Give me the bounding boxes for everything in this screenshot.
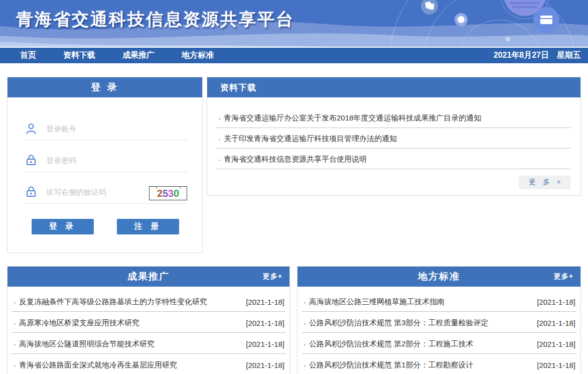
standards-more-button[interactable]: 更多+ [554, 267, 573, 287]
captcha-image[interactable]: '2530' [149, 186, 187, 200]
login-panel: 登 录 [7, 77, 203, 253]
achievement-link[interactable]: ·高原寒冷地区桥梁支座应用技术研究 [2021-1-18] [13, 312, 285, 333]
standard-link[interactable]: ·公路风积沙防治技术规范 第2部分：工程施工技术 [2021-1-18] [303, 333, 576, 354]
captcha-digit: 0 [173, 188, 179, 199]
bullet: · [304, 298, 306, 306]
standard-date: [2021-1-18] [537, 319, 575, 327]
download-link-text: 青海省交通运输厅办公室关于发布2018年度交通运输科技成果推广目录的通知 [224, 113, 481, 123]
download-link-text: 关于印发青海省交通运输厅科技项目管理办法的通知 [224, 134, 397, 144]
standard-link-text: 公路风积沙防治技术规范 第2部分：工程施工技术 [309, 339, 474, 349]
account-input[interactable] [38, 124, 187, 133]
site-title: 青海省交通科技信息资源共享平台 [16, 8, 295, 31]
nav-item-downloads[interactable]: 资料下载 [63, 50, 95, 61]
achievement-link[interactable]: ·反复冻融条件下高等级公路路基填土的力学特性变化研究 [2021-1-18] [13, 291, 285, 312]
standard-date: [2021-1-18] [537, 340, 575, 348]
standard-link-text: 高海拔地区公路三维网植草施工技术指南 [309, 297, 445, 307]
captcha-digit: 5 [162, 188, 168, 199]
lock-icon [25, 186, 38, 198]
achievement-date: [2021-1-18] [246, 361, 284, 369]
standard-link[interactable]: ·公路风积沙防治技术规范 第1部分：工程勘察设计 [2021-1-18] [303, 354, 576, 374]
bullet: · [304, 340, 306, 348]
nav-item-standards[interactable]: 地方标准 [182, 50, 214, 61]
bullet: · [218, 114, 221, 122]
nav-item-achievements[interactable]: 成果推广 [122, 50, 155, 61]
banner: 青海省交通科技信息资源共享平台 [0, 0, 588, 47]
achievement-date: [2021-1-18] [246, 319, 284, 327]
standard-link[interactable]: ·高海拔地区公路三维网植草施工技术指南 [2021-1-18] [303, 291, 576, 312]
achievement-link-text: 高原寒冷地区桥梁支座应用技术研究 [19, 318, 139, 328]
achievements-panel-title: 成果推广 [127, 270, 170, 283]
captcha-field-row: '2530' [25, 183, 187, 204]
account-field-row [25, 119, 187, 141]
login-panel-title: 登 录 [8, 77, 202, 97]
standards-panel: 地方标准 更多+ ·高海拔地区公路三维网植草施工技术指南 [2021-1-18]… [297, 266, 581, 374]
nav-item-home[interactable]: 首页 [20, 50, 36, 61]
bullet: · [304, 319, 306, 327]
downloads-panel: 资料下载 · 青海省交通运输厅办公室关于发布2018年度交通运输科技成果推广目录… [207, 77, 581, 196]
achievement-date: [2021-1-18] [246, 298, 284, 306]
achievement-link-text: 反复冻融条件下高等级公路路基填土的力学特性变化研究 [19, 297, 207, 307]
password-input[interactable] [38, 156, 187, 165]
bullet: · [14, 298, 16, 306]
achievement-link-text: 高海拔地区公隧道照明综合节能技术研究 [19, 339, 155, 349]
weekday-text: 星期五 [557, 51, 581, 59]
download-link[interactable]: · 青海省交通科技信息资源共享平台使用说明 [217, 149, 570, 169]
downloads-more-button[interactable]: 更 多 + [519, 176, 570, 189]
user-icon [25, 122, 38, 135]
bullet: · [304, 361, 306, 369]
bullet: · [14, 361, 16, 369]
standard-date: [2021-1-18] [537, 298, 575, 306]
achievements-panel: 成果推广 更多+ ·反复冻融条件下高等级公路路基填土的力学特性变化研究 [202… [7, 266, 290, 374]
standard-link-text: 公路风积沙防治技术规范 第1部分：工程勘察设计 [309, 360, 474, 370]
date-text: 2021年8月27日 [494, 51, 549, 59]
achievement-link[interactable]: ·高海拔地区公隧道照明综合节能技术研究 [2021-1-18] [13, 333, 285, 354]
download-link-text: 青海省交通科技信息资源共享平台使用说明 [224, 155, 367, 164]
captcha-input[interactable] [38, 188, 149, 196]
bullet: · [218, 135, 221, 143]
download-link[interactable]: · 关于印发青海省交通运输厅科技项目管理办法的通知 [217, 128, 570, 149]
achievement-link-text: 青海省公路路面全深式就地冷再生基层应用研究 [19, 360, 177, 370]
password-field-row [25, 151, 187, 172]
achievement-date: [2021-1-18] [246, 340, 284, 348]
download-link[interactable]: · 青海省交通运输厅办公室关于发布2018年度交通运输科技成果推广目录的通知 [217, 107, 570, 128]
bullet: · [14, 340, 16, 348]
bullet: · [218, 155, 221, 164]
small-dot [505, 37, 510, 42]
achievements-more-button[interactable]: 更多+ [263, 267, 282, 287]
bullet: · [14, 319, 16, 327]
login-button[interactable]: 登 录 [32, 219, 94, 234]
main-nav: 首页 资料下载 成果推广 地方标准 2021年8月27日星期五 [0, 47, 588, 63]
standard-link[interactable]: ·公路风积沙防治技术规范 第3部分：工程质量检验评定 [2021-1-18] [303, 312, 576, 333]
standard-date: [2021-1-18] [537, 361, 575, 369]
standards-panel-title: 地方标准 [418, 270, 460, 283]
standard-link-text: 公路风积沙防治技术规范 第3部分：工程质量检验评定 [309, 318, 489, 328]
downloads-panel-title: 资料下载 [207, 77, 580, 97]
dot-icon [455, 13, 468, 26]
lock-icon [25, 154, 38, 166]
current-date: 2021年8月27日星期五 [494, 50, 588, 61]
achievement-link[interactable]: ·青海省公路路面全深式就地冷再生基层应用研究 [2021-1-18] [13, 354, 285, 374]
mail-icon [533, 7, 559, 33]
register-button[interactable]: 注 册 [117, 219, 179, 234]
